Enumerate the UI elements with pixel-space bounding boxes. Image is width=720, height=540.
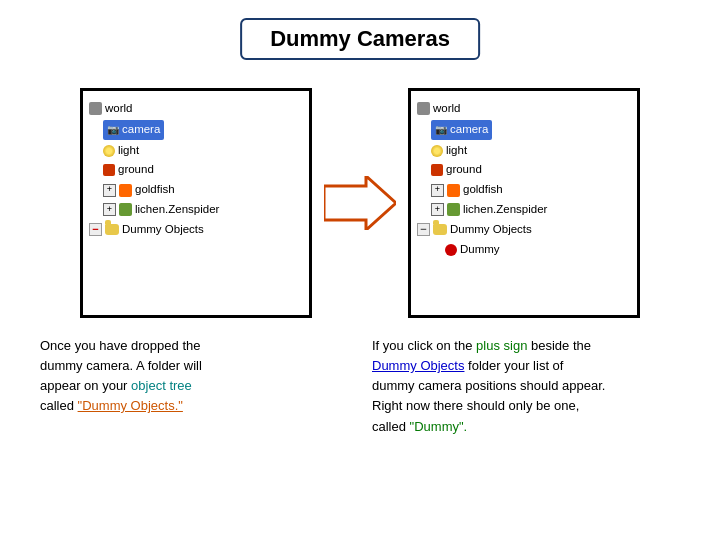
light-icon	[103, 145, 115, 157]
camera-icon: 📷	[107, 122, 119, 138]
tree-row: + goldfish	[431, 180, 631, 200]
expand-goldfish[interactable]: +	[431, 184, 444, 197]
left-tree: world 📷 camera light ground +	[89, 97, 303, 240]
left-text-col: Once you have dropped the dummy camera. …	[40, 336, 348, 437]
tree-label: goldfish	[135, 181, 175, 199]
tree-row: + lichen.Zenspider	[431, 200, 631, 220]
tree-row: light	[103, 141, 303, 161]
left-text-line3: appear on your object tree	[40, 376, 348, 396]
tree-label: ground	[446, 161, 482, 179]
camera-label: camera	[122, 121, 160, 139]
tree-label: lichen.Zenspider	[463, 201, 547, 219]
svg-marker-0	[324, 176, 396, 230]
tree-row: Dummy	[445, 240, 631, 260]
lichen-icon	[447, 203, 460, 216]
dummy-objects-ref: "Dummy Objects."	[78, 398, 183, 413]
tree-row: light	[431, 141, 631, 161]
object-tree-link: object tree	[131, 378, 192, 393]
arrow-container	[312, 88, 408, 318]
tree-label: Dummy Objects	[450, 221, 532, 239]
plus-sign-ref: plus sign	[476, 338, 527, 353]
tree-label: goldfish	[463, 181, 503, 199]
right-tree: world 📷 camera light ground +	[417, 97, 631, 260]
tree-label: light	[118, 142, 139, 160]
title-text: Dummy Cameras	[270, 26, 450, 51]
folder-icon	[433, 224, 447, 235]
right-panel: world 📷 camera light ground +	[408, 88, 640, 318]
world-icon	[417, 102, 430, 115]
right-text-line2: Dummy Objects folder your list of	[372, 356, 680, 376]
expand-goldfish[interactable]: +	[103, 184, 116, 197]
world-icon	[89, 102, 102, 115]
goldfish-icon	[119, 184, 132, 197]
panels-row: world 📷 camera light ground +	[0, 88, 720, 318]
right-text-line3: dummy camera positions should appear.	[372, 376, 680, 396]
tree-row: − Dummy Objects	[417, 220, 631, 240]
expand-lichen[interactable]: +	[103, 203, 116, 216]
tree-row: 📷 camera	[431, 119, 631, 141]
tree-row: ground	[103, 160, 303, 180]
right-text-line1: If you click on the plus sign beside the	[372, 336, 680, 356]
camera-label: camera	[450, 121, 488, 139]
camera-icon: 📷	[435, 122, 447, 138]
tree-label: ground	[118, 161, 154, 179]
goldfish-icon	[447, 184, 460, 197]
left-text-line2: dummy camera. A folder will	[40, 356, 348, 376]
tree-row: + goldfish	[103, 180, 303, 200]
camera-row-highlight: 📷 camera	[431, 120, 492, 140]
expand-lichen[interactable]: +	[431, 203, 444, 216]
tree-label: light	[446, 142, 467, 160]
tree-label: Dummy	[460, 241, 500, 259]
bottom-text-row: Once you have dropped the dummy camera. …	[40, 336, 680, 437]
tree-label: Dummy Objects	[122, 221, 204, 239]
ground-icon	[103, 164, 115, 176]
camera-row-highlight: 📷 camera	[103, 120, 164, 140]
tree-label: world	[105, 100, 132, 118]
left-text-line1: Once you have dropped the	[40, 336, 348, 356]
tree-row: + lichen.Zenspider	[103, 200, 303, 220]
tree-label: world	[433, 100, 460, 118]
expand-dummy-objects[interactable]: −	[89, 223, 102, 236]
dummy-objects-link: Dummy Objects	[372, 358, 464, 373]
tree-row: world	[89, 99, 303, 119]
expand-dummy-objects[interactable]: −	[417, 223, 430, 236]
folder-icon	[105, 224, 119, 235]
arrow-icon	[324, 176, 396, 230]
right-text-col: If you click on the plus sign beside the…	[372, 336, 680, 437]
tree-row: ground	[431, 160, 631, 180]
dummy-ref: "Dummy".	[410, 419, 468, 434]
page-title: Dummy Cameras	[240, 18, 480, 60]
left-text-line4: called "Dummy Objects."	[40, 396, 348, 416]
right-text-line5: called "Dummy".	[372, 417, 680, 437]
light-icon	[431, 145, 443, 157]
tree-label: lichen.Zenspider	[135, 201, 219, 219]
tree-row: world	[417, 99, 631, 119]
dummy-red-icon	[445, 244, 457, 256]
left-panel: world 📷 camera light ground +	[80, 88, 312, 318]
tree-row: 📷 camera	[103, 119, 303, 141]
lichen-icon	[119, 203, 132, 216]
ground-icon	[431, 164, 443, 176]
right-text-line4: Right now there should only be one,	[372, 396, 680, 416]
tree-row: − Dummy Objects	[89, 220, 303, 240]
